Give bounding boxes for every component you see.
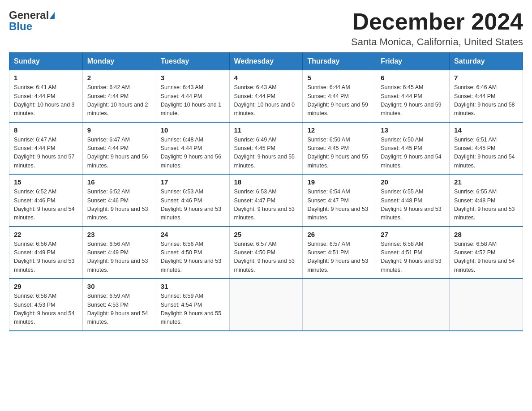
calendar-cell: 11 Sunrise: 6:49 AMSunset: 4:45 PMDaylig… — [229, 122, 303, 175]
day-number: 26 — [307, 231, 371, 238]
calendar-cell: 19 Sunrise: 6:54 AMSunset: 4:47 PMDaylig… — [303, 174, 376, 227]
day-info: Sunrise: 6:57 AMSunset: 4:50 PMDaylight:… — [234, 240, 298, 275]
day-number: 24 — [161, 231, 225, 238]
day-number: 2 — [87, 74, 151, 81]
day-info: Sunrise: 6:58 AMSunset: 4:53 PMDaylight:… — [14, 292, 78, 327]
day-info: Sunrise: 6:41 AMSunset: 4:44 PMDaylight:… — [14, 83, 78, 118]
calendar-cell: 27 Sunrise: 6:58 AMSunset: 4:51 PMDaylig… — [376, 227, 450, 279]
calendar-cell: 24 Sunrise: 6:56 AMSunset: 4:50 PMDaylig… — [156, 227, 229, 279]
calendar-cell: 14 Sunrise: 6:51 AMSunset: 4:45 PMDaylig… — [450, 122, 523, 175]
calendar-title: December 2024 — [351, 9, 523, 34]
day-number: 1 — [14, 74, 78, 81]
day-info: Sunrise: 6:51 AMSunset: 4:45 PMDaylight:… — [454, 136, 518, 171]
logo-triangle — [50, 12, 55, 19]
day-number: 20 — [381, 178, 445, 186]
day-info: Sunrise: 6:53 AMSunset: 4:46 PMDaylight:… — [161, 188, 225, 223]
day-number: 7 — [454, 74, 518, 81]
day-info: Sunrise: 6:52 AMSunset: 4:46 PMDaylight:… — [14, 188, 78, 223]
day-number: 15 — [14, 178, 78, 186]
calendar-cell: 17 Sunrise: 6:53 AMSunset: 4:46 PMDaylig… — [156, 174, 229, 227]
header-row: Sunday Monday Tuesday Wednesday Thursday… — [9, 53, 523, 70]
day-info: Sunrise: 6:47 AMSunset: 4:44 PMDaylight:… — [87, 136, 151, 171]
day-number: 23 — [87, 231, 151, 238]
calendar-cell: 4 Sunrise: 6:43 AMSunset: 4:44 PMDayligh… — [229, 70, 303, 122]
week-row-5: 29 Sunrise: 6:58 AMSunset: 4:53 PMDaylig… — [9, 278, 523, 331]
calendar-cell: 30 Sunrise: 6:59 AMSunset: 4:53 PMDaylig… — [82, 278, 156, 331]
day-info: Sunrise: 6:55 AMSunset: 4:48 PMDaylight:… — [454, 188, 518, 223]
day-info: Sunrise: 6:56 AMSunset: 4:50 PMDaylight:… — [161, 240, 225, 275]
day-number: 17 — [161, 178, 225, 186]
week-row-2: 8 Sunrise: 6:47 AMSunset: 4:44 PMDayligh… — [9, 122, 523, 175]
week-row-1: 1 Sunrise: 6:41 AMSunset: 4:44 PMDayligh… — [9, 70, 523, 122]
calendar-cell — [303, 278, 376, 331]
day-number: 8 — [14, 126, 78, 134]
calendar-cell: 6 Sunrise: 6:45 AMSunset: 4:44 PMDayligh… — [376, 70, 450, 122]
day-number: 4 — [234, 74, 298, 81]
calendar-cell: 25 Sunrise: 6:57 AMSunset: 4:50 PMDaylig… — [229, 227, 303, 279]
day-number: 28 — [454, 231, 518, 238]
day-info: Sunrise: 6:43 AMSunset: 4:44 PMDaylight:… — [161, 83, 225, 118]
week-row-3: 15 Sunrise: 6:52 AMSunset: 4:46 PMDaylig… — [9, 174, 523, 227]
calendar-cell: 10 Sunrise: 6:48 AMSunset: 4:44 PMDaylig… — [156, 122, 229, 175]
calendar-cell: 21 Sunrise: 6:55 AMSunset: 4:48 PMDaylig… — [450, 174, 523, 227]
page-header: General Blue December 2024 Santa Monica,… — [9, 9, 523, 48]
day-number: 3 — [161, 74, 225, 81]
calendar-cell: 7 Sunrise: 6:46 AMSunset: 4:44 PMDayligh… — [450, 70, 523, 122]
day-info: Sunrise: 6:56 AMSunset: 4:49 PMDaylight:… — [14, 240, 78, 275]
calendar-cell: 31 Sunrise: 6:59 AMSunset: 4:54 PMDaylig… — [156, 278, 229, 331]
col-saturday: Saturday — [450, 53, 523, 70]
day-number: 21 — [454, 178, 518, 186]
day-info: Sunrise: 6:58 AMSunset: 4:52 PMDaylight:… — [454, 240, 518, 275]
day-number: 10 — [161, 126, 225, 134]
calendar-body: 1 Sunrise: 6:41 AMSunset: 4:44 PMDayligh… — [9, 70, 523, 331]
day-number: 6 — [381, 74, 445, 81]
day-info: Sunrise: 6:59 AMSunset: 4:53 PMDaylight:… — [87, 292, 151, 327]
calendar-cell: 2 Sunrise: 6:42 AMSunset: 4:44 PMDayligh… — [82, 70, 156, 122]
calendar-cell: 1 Sunrise: 6:41 AMSunset: 4:44 PMDayligh… — [9, 70, 83, 122]
day-info: Sunrise: 6:49 AMSunset: 4:45 PMDaylight:… — [234, 136, 298, 171]
calendar-cell: 28 Sunrise: 6:58 AMSunset: 4:52 PMDaylig… — [450, 227, 523, 279]
col-sunday: Sunday — [9, 53, 83, 70]
day-number: 30 — [87, 283, 151, 290]
calendar-cell: 26 Sunrise: 6:57 AMSunset: 4:51 PMDaylig… — [303, 227, 376, 279]
day-number: 22 — [14, 231, 78, 238]
calendar-cell: 9 Sunrise: 6:47 AMSunset: 4:44 PMDayligh… — [82, 122, 156, 175]
col-monday: Monday — [82, 53, 156, 70]
day-info: Sunrise: 6:55 AMSunset: 4:48 PMDaylight:… — [381, 188, 445, 223]
calendar-cell: 8 Sunrise: 6:47 AMSunset: 4:44 PMDayligh… — [9, 122, 83, 175]
day-number: 16 — [87, 178, 151, 186]
calendar-cell — [450, 278, 523, 331]
day-number: 19 — [307, 178, 371, 186]
day-number: 31 — [161, 283, 225, 290]
col-thursday: Thursday — [303, 53, 376, 70]
calendar-subtitle: Santa Monica, California, United States — [351, 36, 523, 48]
calendar-cell: 5 Sunrise: 6:44 AMSunset: 4:44 PMDayligh… — [303, 70, 376, 122]
day-number: 29 — [14, 283, 78, 290]
day-info: Sunrise: 6:52 AMSunset: 4:46 PMDaylight:… — [87, 188, 151, 223]
day-number: 27 — [381, 231, 445, 238]
logo-general: General — [9, 9, 49, 21]
day-info: Sunrise: 6:44 AMSunset: 4:44 PMDaylight:… — [307, 83, 371, 118]
day-info: Sunrise: 6:57 AMSunset: 4:51 PMDaylight:… — [307, 240, 371, 275]
day-info: Sunrise: 6:43 AMSunset: 4:44 PMDaylight:… — [234, 83, 298, 118]
day-number: 14 — [454, 126, 518, 134]
day-info: Sunrise: 6:59 AMSunset: 4:54 PMDaylight:… — [161, 292, 225, 327]
calendar-cell: 23 Sunrise: 6:56 AMSunset: 4:49 PMDaylig… — [82, 227, 156, 279]
day-info: Sunrise: 6:48 AMSunset: 4:44 PMDaylight:… — [161, 136, 225, 171]
logo-blue: Blue — [9, 20, 32, 33]
day-info: Sunrise: 6:54 AMSunset: 4:47 PMDaylight:… — [307, 188, 371, 223]
calendar-cell: 20 Sunrise: 6:55 AMSunset: 4:48 PMDaylig… — [376, 174, 450, 227]
calendar-cell: 16 Sunrise: 6:52 AMSunset: 4:46 PMDaylig… — [82, 174, 156, 227]
col-wednesday: Wednesday — [229, 53, 303, 70]
calendar-table: Sunday Monday Tuesday Wednesday Thursday… — [9, 52, 523, 331]
calendar-cell: 22 Sunrise: 6:56 AMSunset: 4:49 PMDaylig… — [9, 227, 83, 279]
day-info: Sunrise: 6:45 AMSunset: 4:44 PMDaylight:… — [381, 83, 445, 118]
day-number: 25 — [234, 231, 298, 238]
day-number: 9 — [87, 126, 151, 134]
calendar-cell: 15 Sunrise: 6:52 AMSunset: 4:46 PMDaylig… — [9, 174, 83, 227]
title-block: December 2024 Santa Monica, California, … — [351, 9, 523, 48]
day-info: Sunrise: 6:50 AMSunset: 4:45 PMDaylight:… — [307, 136, 371, 171]
day-number: 5 — [307, 74, 371, 81]
calendar-cell — [376, 278, 450, 331]
day-info: Sunrise: 6:42 AMSunset: 4:44 PMDaylight:… — [87, 83, 151, 118]
